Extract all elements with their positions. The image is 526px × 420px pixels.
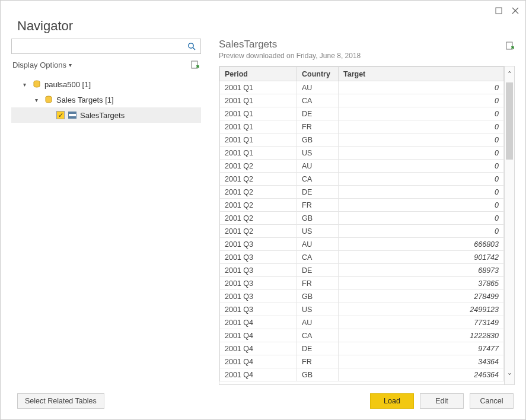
- scrollbar-track[interactable]: [505, 82, 514, 368]
- cell-country: CA: [297, 173, 339, 186]
- table-row[interactable]: 2001 Q3FR37865: [220, 277, 504, 290]
- refresh-preview-icon[interactable]: [505, 39, 515, 50]
- table-row[interactable]: 2001 Q1AU0: [220, 81, 504, 94]
- display-options-row: Display Options ▾: [11, 54, 201, 74]
- table-row[interactable]: 2001 Q3GB278499: [220, 290, 504, 303]
- tree-node-database[interactable]: ▾ paulsa500 [1]: [11, 77, 201, 92]
- scroll-down-icon[interactable]: ˅: [508, 368, 512, 384]
- search-input[interactable]: [12, 42, 183, 51]
- edit-button[interactable]: Edit: [420, 393, 464, 409]
- dialog-title: Navigator: [1, 17, 525, 39]
- table-row[interactable]: 2001 Q3US2499123: [220, 303, 504, 316]
- preview-pane: SalesTargets Preview downloaded on Frida…: [207, 39, 515, 385]
- cell-target: 666803: [339, 238, 504, 251]
- cell-period: 2001 Q2: [220, 186, 297, 199]
- cell-target: 0: [339, 186, 504, 199]
- table-row[interactable]: 2001 Q3CA901742: [220, 251, 504, 264]
- cell-target: 2499123: [339, 303, 504, 316]
- scroll-up-icon[interactable]: ˄: [508, 66, 512, 82]
- maximize-button[interactable]: [495, 7, 503, 15]
- cell-target: 0: [339, 107, 504, 120]
- table-icon: [68, 112, 76, 119]
- load-button[interactable]: Load: [370, 393, 414, 409]
- search-icon[interactable]: [183, 42, 200, 50]
- cell-country: US: [297, 147, 339, 160]
- cell-period: 2001 Q3: [220, 303, 297, 316]
- table-row[interactable]: 2001 Q1DE0: [220, 107, 504, 120]
- scrollbar-thumb[interactable]: [506, 82, 513, 160]
- cell-period: 2001 Q4: [220, 329, 297, 342]
- cell-period: 2001 Q1: [220, 94, 297, 107]
- cell-country: GB: [297, 133, 339, 147]
- cell-period: 2001 Q1: [220, 81, 297, 94]
- table-row[interactable]: 2001 Q2US0: [220, 225, 504, 238]
- display-options-dropdown[interactable]: Display Options ▾: [12, 61, 72, 69]
- checkbox-checked-icon[interactable]: ✓: [56, 111, 65, 119]
- preview-subtitle: Preview downloaded on Friday, June 8, 20…: [219, 52, 361, 60]
- table-row[interactable]: 2001 Q2AU0: [220, 160, 504, 173]
- database-icon: [33, 80, 41, 88]
- cell-country: GB: [297, 368, 339, 381]
- cell-target: 0: [339, 147, 504, 160]
- select-related-tables-button[interactable]: Select Related Tables: [17, 393, 104, 409]
- table-row[interactable]: 2001 Q1CA0: [220, 94, 504, 107]
- table-row[interactable]: 2001 Q1FR0: [220, 120, 504, 133]
- dialog-footer: Select Related Tables Load Edit Cancel: [1, 385, 525, 419]
- table-row[interactable]: 2001 Q2CA0: [220, 173, 504, 186]
- table-row[interactable]: 2001 Q3DE68973: [220, 264, 504, 277]
- table-row[interactable]: 2001 Q4GB246364: [220, 368, 504, 381]
- preview-title: SalesTargets: [219, 39, 361, 50]
- cell-target: 97477: [339, 342, 504, 355]
- table-row[interactable]: 2001 Q2FR0: [220, 199, 504, 212]
- svg-rect-8: [506, 42, 512, 49]
- cell-country: FR: [297, 120, 339, 133]
- table-row[interactable]: 2001 Q4FR34364: [220, 355, 504, 368]
- cell-target: 68973: [339, 264, 504, 277]
- cell-country: DE: [297, 342, 339, 355]
- cell-target: 1222830: [339, 329, 504, 342]
- cell-target: 0: [339, 120, 504, 133]
- cell-country: DE: [297, 107, 339, 120]
- cancel-button[interactable]: Cancel: [470, 393, 514, 409]
- svg-line-4: [193, 47, 195, 50]
- tree-node-folder[interactable]: ▾ Sales Targets [1]: [11, 92, 201, 107]
- cell-period: 2001 Q3: [220, 277, 297, 290]
- preview-grid[interactable]: Period Country Target 2001 Q1AU02001 Q1C…: [219, 66, 504, 385]
- navigator-dialog: Navigator Display Options ▾: [0, 0, 526, 420]
- tree-node-table[interactable]: ▾ ✓ SalesTargets: [11, 107, 201, 123]
- table-row[interactable]: 2001 Q4CA1222830: [220, 329, 504, 342]
- cell-period: 2001 Q2: [220, 212, 297, 225]
- table-row[interactable]: 2001 Q4DE97477: [220, 342, 504, 355]
- table-row[interactable]: 2001 Q1US0: [220, 147, 504, 160]
- svg-point-3: [189, 43, 193, 48]
- svg-rect-5: [192, 61, 197, 68]
- navigation-tree: ▾ paulsa500 [1] ▾ Sales Targets [1] ▾ ✓: [11, 74, 201, 385]
- cell-target: 0: [339, 81, 504, 94]
- table-row[interactable]: 2001 Q1GB0: [220, 133, 504, 147]
- table-row[interactable]: 2001 Q2GB0: [220, 212, 504, 225]
- column-header-period[interactable]: Period: [220, 67, 297, 81]
- search-box[interactable]: [11, 39, 201, 54]
- column-header-target[interactable]: Target: [339, 67, 504, 81]
- cell-target: 901742: [339, 251, 504, 264]
- cell-period: 2001 Q3: [220, 264, 297, 277]
- cell-period: 2001 Q2: [220, 160, 297, 173]
- cell-target: 0: [339, 212, 504, 225]
- table-row[interactable]: 2001 Q3AU666803: [220, 238, 504, 251]
- column-header-country[interactable]: Country: [297, 67, 339, 81]
- cell-country: CA: [297, 329, 339, 342]
- close-button[interactable]: [511, 7, 519, 15]
- cell-target: 773149: [339, 316, 504, 329]
- vertical-scrollbar[interactable]: ˄ ˅: [504, 66, 515, 385]
- table-row[interactable]: 2001 Q4AU773149: [220, 316, 504, 329]
- cell-country: FR: [297, 199, 339, 212]
- cell-period: 2001 Q1: [220, 120, 297, 133]
- cell-country: FR: [297, 355, 339, 368]
- table-header-row: Period Country Target: [220, 67, 504, 81]
- cell-country: GB: [297, 212, 339, 225]
- refresh-icon[interactable]: [190, 60, 200, 69]
- cell-target: 0: [339, 225, 504, 238]
- table-row[interactable]: 2001 Q2DE0: [220, 186, 504, 199]
- cell-period: 2001 Q1: [220, 147, 297, 160]
- cell-target: 246364: [339, 368, 504, 381]
